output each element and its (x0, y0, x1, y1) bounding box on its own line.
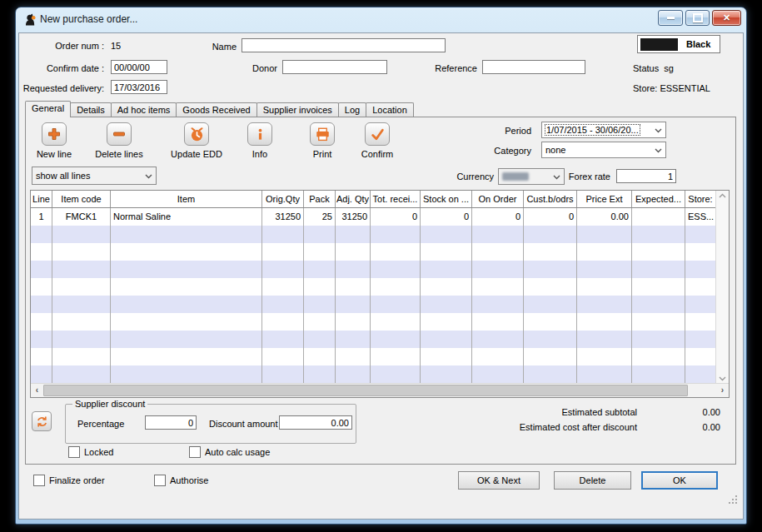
name-label: Name (203, 41, 237, 52)
auto-calc-usage-checkbox[interactable] (189, 446, 201, 458)
table-cell (336, 296, 371, 313)
period-dropdown[interactable]: 1/07/2015 - 30/06/20... (541, 122, 666, 138)
tab-goods-received[interactable]: Goods Received (176, 102, 256, 117)
column-header[interactable]: Pack (304, 191, 336, 207)
table-empty-row (31, 243, 716, 261)
forex-rate-field[interactable] (616, 169, 676, 183)
table-cell[interactable]: 0 (472, 208, 524, 226)
table-cell (685, 365, 716, 383)
forex-rate-label: Forex rate (560, 171, 610, 182)
table-empty-row (31, 365, 716, 383)
table-cell[interactable]: 31250 (262, 208, 304, 226)
store-label: Store: ESSENTIAL (633, 82, 710, 94)
column-header[interactable]: Cust.b/odrs (524, 191, 577, 207)
column-header[interactable]: Store: (685, 191, 716, 207)
scroll-up-icon[interactable] (719, 193, 726, 198)
chevron-down-icon (145, 174, 152, 179)
locked-label: Locked (84, 447, 113, 457)
discount-amount-field[interactable] (279, 415, 352, 430)
tab-general[interactable]: General (25, 101, 71, 117)
reference-field[interactable] (482, 60, 585, 74)
table-cell[interactable]: 25 (304, 208, 336, 226)
currency-label: Currency (448, 171, 494, 182)
close-button[interactable]: ✕ (712, 10, 741, 26)
table-cell (421, 365, 472, 383)
discount-amount-label: Discount amount (209, 418, 278, 430)
percentage-field[interactable] (145, 415, 197, 430)
tab-ad-hoc-items[interactable]: Ad hoc items (111, 102, 177, 117)
table-cell[interactable]: ESS... (685, 208, 716, 226)
column-header[interactable]: Orig.Qty (262, 191, 304, 207)
table-row[interactable]: 1FMCK1Normal Saline31250253125000000.00E… (31, 208, 716, 226)
column-header[interactable]: Item (111, 191, 262, 207)
maximize-button[interactable] (685, 10, 710, 26)
recalculate-button[interactable] (32, 411, 52, 431)
tab-details[interactable]: Details (70, 102, 112, 117)
column-header[interactable]: Tot. recei... (371, 191, 421, 207)
info-button[interactable]: Info (228, 122, 291, 159)
minimize-button[interactable] (658, 10, 683, 26)
column-header[interactable]: Price Ext (577, 191, 632, 207)
window-title: New purchase order... (40, 13, 137, 25)
horizontal-scrollbar[interactable]: ‹ › (31, 383, 729, 397)
table-cell (111, 348, 262, 365)
order-num-value: 15 (111, 40, 121, 52)
name-field[interactable] (242, 38, 446, 52)
category-dropdown[interactable]: none (541, 142, 666, 158)
finalize-order-label: Finalize order (49, 475, 105, 485)
table-cell[interactable]: FMCK1 (52, 208, 111, 226)
update-edd-button[interactable]: Update EDD (165, 122, 228, 159)
column-header[interactable]: Line (31, 191, 52, 207)
resize-grip[interactable] (728, 495, 738, 505)
vertical-scrollbar[interactable] (715, 191, 729, 384)
authorise-checkbox[interactable] (154, 475, 166, 486)
ok-and-next-button[interactable]: OK & Next (458, 471, 540, 490)
confirm-button[interactable]: Confirm (346, 122, 409, 159)
authorise-checkbox-row: Authorise (154, 475, 208, 486)
auto-calc-checkbox-row: Auto calc usage (189, 446, 270, 458)
table-cell (421, 278, 472, 296)
table-cell[interactable] (632, 208, 685, 226)
table-cell (304, 261, 336, 278)
table-cell (52, 278, 111, 296)
column-header[interactable]: Adj. Qty (336, 191, 371, 207)
delete-lines-button[interactable]: Delete lines (87, 122, 151, 159)
tab-supplier-invoices[interactable]: Supplier invoices (256, 102, 339, 117)
checkmark-icon (365, 122, 390, 146)
table-cell[interactable]: 0 (524, 208, 577, 226)
print-button[interactable]: Print (291, 122, 354, 159)
tab-location[interactable]: Location (366, 102, 414, 117)
table-cell[interactable]: Normal Saline (111, 208, 262, 226)
column-header[interactable]: On Order (472, 191, 524, 207)
confirm-date-field[interactable] (111, 60, 167, 74)
table-cell[interactable]: 0 (371, 208, 421, 226)
titlebar[interactable]: New purchase order... ✕ (15, 7, 747, 32)
table-cell (111, 331, 262, 348)
horizontal-scrollbar-thumb[interactable] (43, 385, 688, 396)
line-filter-dropdown[interactable]: show all lines (32, 167, 157, 185)
donor-field[interactable] (282, 60, 387, 74)
table-cell[interactable]: 31250 (336, 208, 371, 226)
table-cell[interactable]: 0.00 (577, 208, 632, 226)
currency-dropdown[interactable] (498, 168, 565, 185)
requested-delivery-field[interactable] (111, 80, 167, 94)
color-swatch-button[interactable]: Black (637, 35, 720, 53)
scroll-down-icon[interactable] (719, 376, 726, 381)
column-header[interactable]: Stock on ... (421, 191, 472, 207)
table-cell[interactable]: 1 (31, 208, 52, 226)
locked-checkbox[interactable] (68, 446, 80, 458)
scroll-left-icon[interactable]: ‹ (31, 384, 43, 397)
table-cell (304, 365, 336, 383)
table-cell (31, 278, 52, 296)
scroll-right-icon[interactable]: › (716, 384, 729, 397)
table-cell (262, 348, 304, 365)
table-cell[interactable]: 0 (421, 208, 472, 226)
delete-button[interactable]: Delete (554, 471, 631, 490)
column-header[interactable]: Item code (52, 191, 111, 207)
table-cell (685, 313, 716, 331)
tab-log[interactable]: Log (338, 102, 366, 117)
finalize-order-checkbox[interactable] (33, 475, 45, 486)
column-header[interactable]: Expected... (632, 191, 685, 207)
new-line-button[interactable]: New line (22, 122, 86, 159)
ok-button[interactable]: OK (641, 471, 718, 490)
